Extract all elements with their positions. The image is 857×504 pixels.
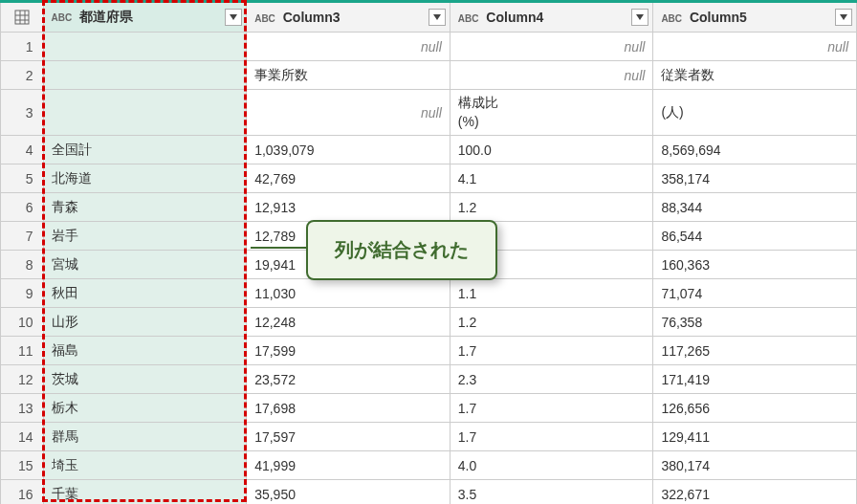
cell-c4[interactable]: 1.7 [450,394,653,423]
row-number[interactable]: 16 [1,480,44,504]
table-icon [14,10,30,25]
cell-prefecture[interactable]: 全国計 [43,136,247,164]
cell-c5[interactable]: 160,363 [653,251,857,279]
cell-c4[interactable]: 4.1 [450,164,653,193]
filter-button[interactable] [428,9,446,26]
cell-c3[interactable]: 12,913 [247,193,450,222]
row-number[interactable]: 15 [1,451,44,480]
table-selector-corner[interactable] [1,2,44,33]
cell-c4[interactable]: 100.0 [450,136,653,164]
text-type-icon: ABC [52,12,73,23]
row-number[interactable]: 3 [1,90,44,136]
cell-c5[interactable]: (人) [653,90,857,136]
cell-prefecture[interactable]: 栃木 [43,394,247,423]
cell-prefecture[interactable]: 秋田 [43,279,247,308]
cell-prefecture[interactable]: 群馬 [43,423,247,451]
cell-c5[interactable]: 171,419 [653,365,857,394]
row-number[interactable]: 12 [1,365,44,394]
cell-c5[interactable]: null [653,33,857,61]
cell-prefecture[interactable]: 埼玉 [43,451,247,480]
cell-c3[interactable]: 17,599 [247,337,450,365]
cell-c4[interactable]: 構成比 (%) [450,90,653,136]
row-number[interactable]: 1 [1,33,44,61]
column-header-column5[interactable]: ABC Column5 [653,2,857,33]
cell-c5[interactable]: 129,411 [653,423,857,451]
cell-c5[interactable]: 358,174 [653,164,857,193]
table-row: 16千葉35,9503.5322,671 [1,480,857,504]
cell-c5[interactable]: 8,569,694 [653,136,857,164]
table-row: 2事業所数null従業者数 [1,61,857,90]
cell-c5[interactable]: 117,265 [653,337,857,365]
cell-c3[interactable]: 17,698 [247,394,450,423]
column-label: 都道府県 [79,9,133,24]
row-number[interactable]: 14 [1,423,44,451]
cell-prefecture[interactable] [43,33,247,61]
row-number[interactable]: 5 [1,164,44,193]
table-row: 4全国計1,039,079100.08,569,694 [1,136,857,164]
cell-prefecture[interactable]: 青森 [43,193,247,222]
filter-button[interactable] [835,9,852,26]
row-number[interactable]: 11 [1,337,44,365]
row-number[interactable]: 13 [1,394,44,423]
row-number[interactable]: 7 [1,222,44,251]
row-number[interactable]: 10 [1,308,44,337]
cell-c3[interactable]: 23,572 [247,365,450,394]
cell-c4[interactable]: 3.5 [450,480,653,504]
row-number[interactable]: 4 [1,136,44,164]
cell-c4[interactable]: null [450,61,653,90]
filter-button[interactable] [631,9,648,26]
cell-c3[interactable]: 41,999 [247,451,450,480]
table-row: 12茨城23,5722.3171,419 [1,365,857,394]
cell-c4[interactable]: 1.1 [450,279,653,308]
cell-c5[interactable]: 従業者数 [653,61,857,90]
cell-c3[interactable]: 1,039,079 [247,136,450,164]
cell-prefecture[interactable]: 宮城 [43,251,247,279]
cell-c4[interactable]: 2.3 [450,365,653,394]
table-row: 6青森12,9131.288,344 [1,193,857,222]
cell-prefecture[interactable]: 山形 [43,308,247,337]
cell-c5[interactable]: 126,656 [653,394,857,423]
cell-c3[interactable]: 11,030 [247,279,450,308]
cell-c5[interactable]: 86,544 [653,222,857,251]
cell-c5[interactable]: 380,174 [653,451,857,480]
column-header-column3[interactable]: ABC Column3 [247,2,450,33]
null-value: null [661,39,848,55]
callout-connector [251,247,308,249]
cell-prefecture[interactable] [43,90,247,136]
cell-prefecture[interactable] [43,61,247,90]
cell-prefecture[interactable]: 茨城 [43,365,247,394]
cell-c3[interactable]: 事業所数 [247,61,450,90]
table-row: 11福島17,5991.7117,265 [1,337,857,365]
cell-prefecture[interactable]: 千葉 [43,480,247,504]
cell-c5[interactable]: 76,358 [653,308,857,337]
cell-c3[interactable]: null [247,90,450,136]
cell-c3[interactable]: 42,769 [247,164,450,193]
cell-c4[interactable]: 4.0 [450,451,653,480]
cell-c4[interactable]: null [450,33,653,61]
cell-c5[interactable]: 88,344 [653,193,857,222]
row-number[interactable]: 9 [1,279,44,308]
column-header-column4[interactable]: ABC Column4 [450,2,653,33]
cell-c4[interactable]: 1.2 [450,308,653,337]
row-number[interactable]: 2 [1,61,44,90]
cell-c4[interactable]: 1.7 [450,337,653,365]
cell-c3[interactable]: 17,597 [247,423,450,451]
cell-c4[interactable]: 1.7 [450,423,653,451]
cell-prefecture[interactable]: 岩手 [43,222,247,251]
table-row: 3null構成比 (%)(人) [1,90,857,136]
text-type-icon: ABC [661,13,682,24]
cell-prefecture[interactable]: 北海道 [43,164,247,193]
cell-c5[interactable]: 322,671 [653,480,857,504]
table-row: 13栃木17,6981.7126,656 [1,394,857,423]
text-type-icon: ABC [254,13,275,24]
cell-c3[interactable]: 12,248 [247,308,450,337]
cell-c4[interactable]: 1.2 [450,193,653,222]
row-number[interactable]: 8 [1,251,44,279]
filter-button[interactable] [225,9,242,26]
cell-c5[interactable]: 71,074 [653,279,857,308]
row-number[interactable]: 6 [1,193,44,222]
cell-prefecture[interactable]: 福島 [43,337,247,365]
column-header-prefecture[interactable]: ABC 都道府県 [43,2,247,33]
cell-c3[interactable]: 35,950 [247,480,450,504]
cell-c3[interactable]: null [247,33,450,61]
